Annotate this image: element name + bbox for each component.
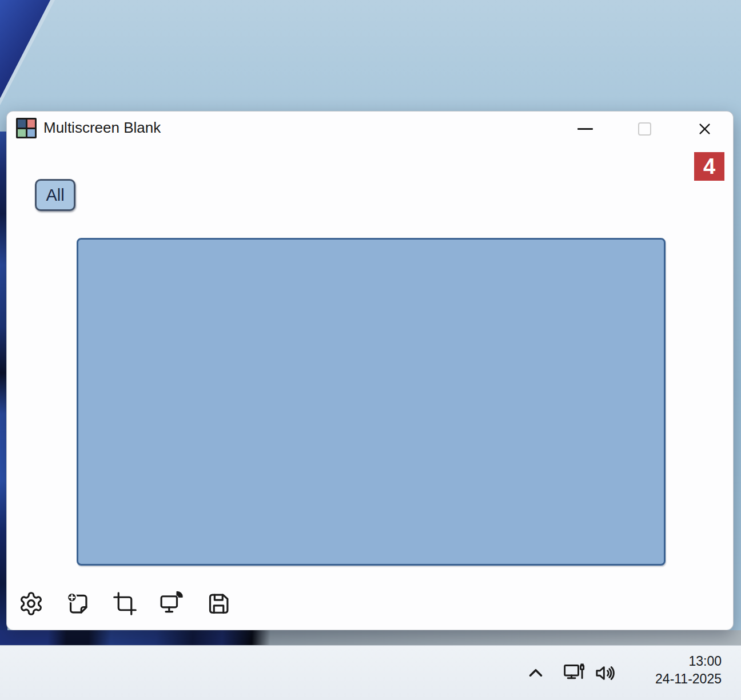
crop-icon xyxy=(112,591,138,617)
window-title: Multiscreen Blank xyxy=(43,119,161,137)
multiscreen-app-icon xyxy=(16,118,37,138)
gear-icon xyxy=(18,591,44,617)
minimize-button[interactable] xyxy=(571,117,599,140)
screen-preview-area xyxy=(77,238,666,566)
app-icon-cell-2 xyxy=(27,120,35,128)
maximize-button[interactable] xyxy=(631,117,658,140)
note-add-icon xyxy=(65,591,91,617)
monitor-cast-icon xyxy=(159,591,185,617)
wallpaper-ribbon-bottom-band xyxy=(0,630,741,646)
volume-tray-button[interactable] xyxy=(592,659,620,687)
settings-button[interactable] xyxy=(17,590,45,617)
taskbar-clock[interactable]: 13:00 24-11-2025 xyxy=(655,653,722,688)
annotation-badge: 4 xyxy=(694,152,724,181)
maximize-icon xyxy=(638,122,651,136)
network-icon xyxy=(563,661,588,686)
toolbar xyxy=(17,590,232,617)
app-icon-cell-4 xyxy=(27,129,35,137)
show-hidden-icons-button[interactable] xyxy=(522,659,549,687)
close-icon xyxy=(697,121,712,137)
taskbar: 13:00 24-11-2025 xyxy=(0,645,741,700)
save-icon xyxy=(206,591,232,617)
crop-button[interactable] xyxy=(111,590,138,617)
add-note-button[interactable] xyxy=(64,590,91,617)
volume-icon xyxy=(593,661,619,686)
save-button[interactable] xyxy=(205,590,232,617)
clock-date: 24-11-2025 xyxy=(655,670,722,688)
multiscreen-blank-window: Multiscreen Blank 4 All xyxy=(6,111,734,630)
chevron-up-icon xyxy=(523,661,548,686)
app-icon-cell-1 xyxy=(18,120,26,128)
cast-screen-button[interactable] xyxy=(158,590,185,617)
desktop: Multiscreen Blank 4 All xyxy=(0,0,741,700)
close-button[interactable] xyxy=(691,117,718,140)
all-button[interactable]: All xyxy=(35,179,75,211)
network-tray-button[interactable] xyxy=(561,659,589,687)
minimize-icon xyxy=(577,128,593,130)
app-icon-cell-3 xyxy=(18,129,26,137)
clock-time: 13:00 xyxy=(655,653,722,670)
